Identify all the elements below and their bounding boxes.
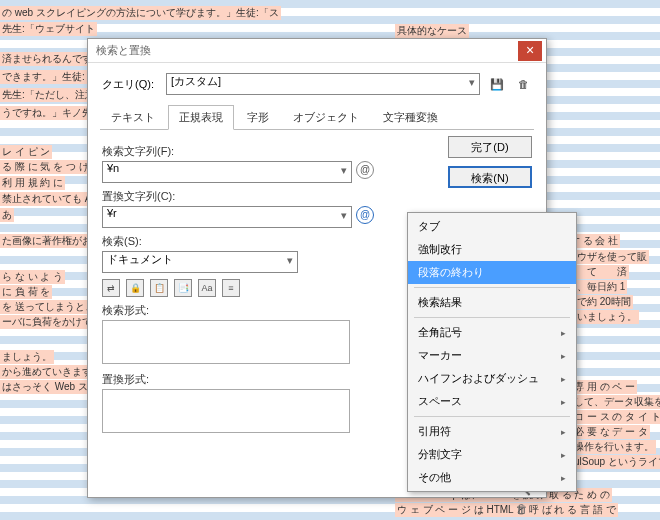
menu-spaces[interactable]: スペース [408,390,576,413]
bg-text: 操作を行います。 [572,440,656,454]
tab-transliterate[interactable]: 文字種変換 [372,105,449,129]
menu-separator [414,317,570,318]
bg-text: して、データ収集を [572,395,660,409]
save-query-icon[interactable]: 💾 [488,75,506,93]
bg-text: 先生:「ウェブサイト [0,22,97,36]
delete-query-icon[interactable]: 🗑 [514,75,532,93]
bg-text: あ [0,208,14,222]
menu-fullwidth-symbols[interactable]: 全角記号 [408,321,576,344]
dialog-title: 検索と置換 [92,43,518,58]
find-input[interactable]: ¥n [102,161,352,183]
find-special-icon[interactable]: @ [356,161,374,179]
tab-regex[interactable]: 正規表現 [168,105,234,130]
scope-select[interactable]: ドキュメント [102,251,298,273]
bg-text: ら な い よ う [0,270,65,284]
bg-text: 具体的なケース [395,24,469,38]
bg-text: はさっそく Web スク [0,380,100,394]
opt-icon-3[interactable]: 📋 [150,279,168,297]
bg-text: 専 用 の ペ ー [572,380,637,394]
tab-text[interactable]: テキスト [100,105,166,129]
menu-separator [414,287,570,288]
opt-icon-5[interactable]: Aa [198,279,216,297]
replace-format-box[interactable] [102,389,350,433]
bg-text: コ ー ス の タ イ ト [572,410,660,424]
opt-icon-4[interactable]: 📑 [174,279,192,297]
bg-text: ましょう。 [0,350,54,364]
bg-text: レ イ ピ ン [0,145,52,159]
find-format-box[interactable] [102,320,350,364]
special-char-menu: タブ 強制改行 段落の終わり 検索結果 全角記号 マーカー ハイフンおよびダッシ… [407,212,577,492]
menu-hyphens-dashes[interactable]: ハイフンおよびダッシュ [408,367,576,390]
menu-end-of-paragraph[interactable]: 段落の終わり [408,261,576,284]
bg-text: に 負 荷 を [0,285,52,299]
tab-object[interactable]: オブジェクト [282,105,370,129]
bg-text: 先生:「ただし、注意 [0,88,97,102]
tab-glyph[interactable]: 字形 [236,105,280,129]
menu-quotes[interactable]: 引用符 [408,420,576,443]
menu-markers[interactable]: マーカー [408,344,576,367]
menu-tab[interactable]: タブ [408,215,576,238]
opt-icon-6[interactable]: ≡ [222,279,240,297]
replace-format-clear-icon[interactable]: 🗑 [516,502,532,518]
menu-separator [414,416,570,417]
bg-text: ulSoup というライブ [572,455,660,469]
bg-text: 利 用 規 約 に [0,176,65,190]
titlebar[interactable]: 検索と置換 × [88,39,546,63]
bg-text: 禁止されていても A [0,192,93,206]
replace-input[interactable]: ¥r [102,206,352,228]
bg-text: を 送ってしまうと、 [0,300,97,314]
menu-other[interactable]: その他 [408,466,576,489]
bg-text: ウ ェ ブ ペ ー ジ は HTML と 呼 ば れ る 言 語 で [395,503,618,517]
query-select[interactable]: [カスタム] [166,73,480,95]
opt-icon-1[interactable]: ⇄ [102,279,120,297]
close-button[interactable]: × [518,41,542,61]
replace-special-icon[interactable]: @ [356,206,374,224]
menu-forced-linebreak[interactable]: 強制改行 [408,238,576,261]
tab-strip: テキスト 正規表現 字形 オブジェクト 文字種変換 [100,105,534,130]
done-button[interactable]: 完了(D) [448,136,532,158]
bg-text: 必 要 な デ ー タ [572,425,650,439]
replace-label: 置換文字列(C): [102,189,532,204]
opt-icon-2[interactable]: 🔒 [126,279,144,297]
menu-break-chars[interactable]: 分割文字 [408,443,576,466]
bg-text: の web スクレイピングの方法について学びます。」生徒:「ス [0,6,281,20]
menu-search-result[interactable]: 検索結果 [408,291,576,314]
bg-text: 済ませられるんです [0,52,94,66]
bg-text: た画像に著作権がお [0,234,94,248]
search-button[interactable]: 検索(N) [448,166,532,188]
query-label: クエリ(Q): [102,77,158,92]
